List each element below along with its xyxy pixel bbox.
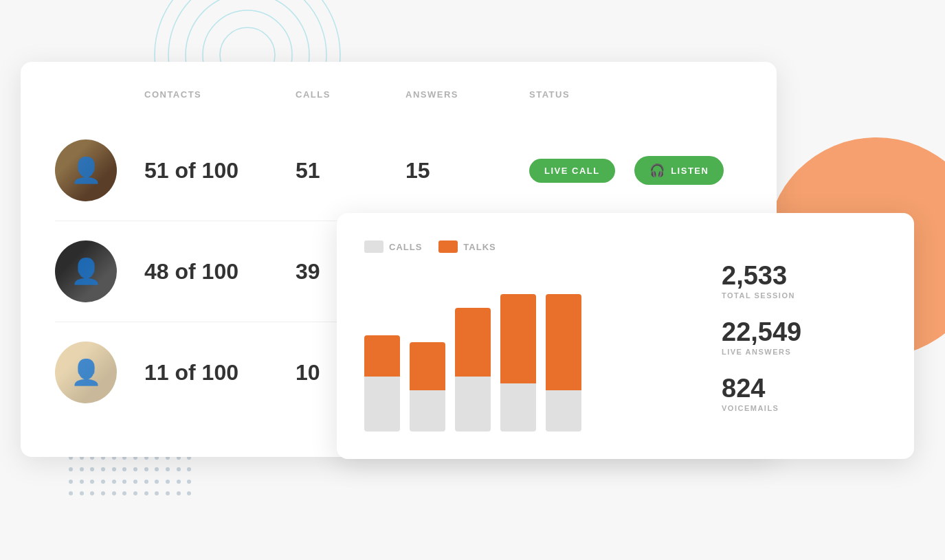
bar-orange — [455, 308, 491, 377]
stat-voicemails-label: VOICEMAILS — [722, 404, 887, 412]
bar-stack — [546, 294, 581, 432]
dot — [112, 480, 116, 484]
bar-orange — [546, 294, 581, 390]
col-header-calls: CALLS — [296, 89, 405, 100]
dot — [122, 491, 126, 495]
dot — [155, 467, 159, 471]
dot — [133, 480, 137, 484]
dot — [80, 480, 84, 484]
col-header-answers: ANSWERS — [405, 89, 529, 100]
dot — [69, 491, 73, 495]
dot — [133, 467, 137, 471]
legend-talks-label: TALKS — [463, 242, 496, 252]
bar-gray — [410, 390, 445, 432]
dot — [90, 480, 94, 484]
dot — [166, 491, 170, 495]
bar-gray — [455, 377, 491, 432]
bar-stack — [455, 308, 491, 432]
stat-voicemails: 824 VOICEMAILS — [722, 375, 887, 412]
dot — [144, 480, 148, 484]
stat-total-session-value: 2,533 — [722, 262, 887, 289]
calls-value: 51 — [296, 158, 405, 183]
dot — [166, 467, 170, 471]
bar-stack — [500, 294, 536, 432]
stat-total-session-label: TOTAL SESSION — [722, 291, 887, 300]
bar-gray — [500, 383, 536, 432]
stat-live-answers-value: 22,549 — [722, 319, 887, 345]
bar-orange — [410, 342, 445, 390]
bar-group — [410, 342, 445, 432]
dot — [69, 467, 73, 471]
listen-button[interactable]: 🎧 LISTEN — [634, 156, 724, 185]
dot — [122, 480, 126, 484]
stats-card: CALLS TALKS 2,533 TOTAL SESSION 22,549 L… — [337, 213, 914, 459]
answers-value: 15 — [405, 158, 529, 183]
chart-section: CALLS TALKS — [364, 240, 694, 432]
dot — [101, 467, 105, 471]
dot — [101, 480, 105, 484]
bar-group — [546, 294, 581, 432]
dot — [80, 467, 84, 471]
listen-label: LISTEN — [671, 166, 709, 176]
live-call-badge: LIVE CALL — [529, 159, 615, 183]
dot — [187, 491, 191, 495]
legend-dot-talks — [438, 240, 458, 253]
legend-calls-label: CALLS — [389, 242, 422, 252]
bar-group — [455, 308, 491, 432]
avatar: 👤 — [55, 139, 117, 201]
dot — [69, 480, 73, 484]
dot — [155, 480, 159, 484]
bar-group — [364, 335, 400, 432]
bar-orange — [500, 294, 536, 383]
legend-dot-calls — [364, 240, 383, 253]
dot — [166, 480, 170, 484]
bar-stack — [410, 342, 445, 432]
dot — [144, 467, 148, 471]
bar-gray — [546, 390, 581, 432]
dot — [177, 467, 181, 471]
headphone-icon: 🎧 — [649, 163, 666, 178]
bar-group — [500, 294, 536, 432]
dot — [122, 467, 126, 471]
contacts-value: 48 of 100 — [144, 259, 296, 284]
stat-total-session: 2,533 TOTAL SESSION — [722, 262, 887, 300]
table-header: CONTACTS CALLS ANSWERS STATUS — [55, 89, 742, 100]
dot — [187, 480, 191, 484]
contacts-value: 51 of 100 — [144, 158, 296, 183]
chart-legend: CALLS TALKS — [364, 240, 694, 253]
dot — [155, 491, 159, 495]
avatar: 👤 — [55, 341, 117, 403]
avatar: 👤 — [55, 240, 117, 302]
stat-voicemails-value: 824 — [722, 375, 887, 401]
contacts-value: 11 of 100 — [144, 360, 296, 385]
dot — [80, 491, 84, 495]
legend-calls: CALLS — [364, 240, 422, 253]
table-row: 👤 51 of 100 51 15 LIVE CALL 🎧 LISTEN — [55, 120, 742, 221]
dot — [101, 491, 105, 495]
dot — [90, 467, 94, 471]
dot — [112, 467, 116, 471]
bar-gray — [364, 377, 400, 432]
col-header-contacts: CONTACTS — [144, 89, 296, 100]
bar-orange — [364, 335, 400, 377]
bar-stack — [364, 335, 400, 432]
dot — [187, 467, 191, 471]
dot — [90, 491, 94, 495]
stat-live-answers: 22,549 LIVE ANSWERS — [722, 319, 887, 356]
col-header-status: STATUS — [529, 89, 667, 100]
dot — [144, 491, 148, 495]
chart-bars — [364, 267, 694, 432]
legend-talks: TALKS — [438, 240, 496, 253]
stat-live-answers-label: LIVE ANSWERS — [722, 348, 887, 356]
dot — [177, 491, 181, 495]
dot — [133, 491, 137, 495]
stats-numbers: 2,533 TOTAL SESSION 22,549 LIVE ANSWERS … — [722, 262, 887, 432]
dot — [177, 480, 181, 484]
dot — [112, 491, 116, 495]
